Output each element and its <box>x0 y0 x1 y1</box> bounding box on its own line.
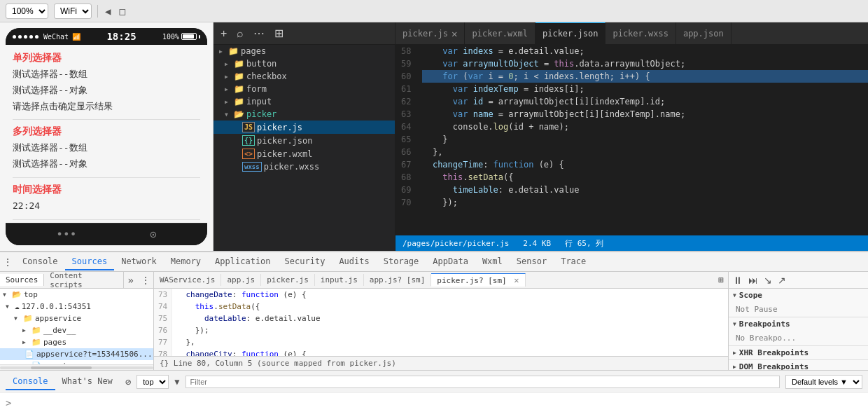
dt-scope-header[interactable]: ▼ Scope <box>729 289 868 302</box>
zoom-select[interactable]: 100% <box>6 4 48 19</box>
forward-icon[interactable]: □ <box>118 4 126 18</box>
devtools-tab-storage[interactable]: Storage <box>377 254 426 270</box>
dt-filetab-more[interactable]: ⊞ <box>714 273 728 287</box>
st-item-pages[interactable]: ▶ 📁 pages <box>0 336 153 348</box>
dt-step-out-btn[interactable]: ↗ <box>776 273 788 287</box>
devtools-tab-wxml[interactable]: Wxml <box>475 254 510 270</box>
sources-options-btn[interactable]: ⋮ <box>138 273 153 287</box>
console-filter-input[interactable] <box>186 376 780 388</box>
st-label-appservice-file: appservice?t=153441506... <box>36 350 153 359</box>
folder-icon-picker: 📂 <box>234 109 244 119</box>
devtools-tab-appdata[interactable]: AppData <box>426 254 475 270</box>
devtools-tab-audits[interactable]: Audits <box>332 254 376 270</box>
filetree-search-btn[interactable]: ⌕ <box>234 26 246 41</box>
phone-nav-circle[interactable]: ⊙ <box>150 228 157 241</box>
st-item-top[interactable]: ▼ 📂 top <box>0 289 153 301</box>
console-tab-console[interactable]: Console <box>6 373 55 390</box>
st-item-appservice-file[interactable]: 📄 appservice?t=153441506... <box>0 348 153 360</box>
st-label-appservice: appservice <box>35 314 81 323</box>
tree-item-button[interactable]: ▶ 📁 button <box>214 57 395 70</box>
tree-item-picker-json[interactable]: {} picker.json <box>214 134 395 147</box>
dt-step-over-btn[interactable]: ⏭ <box>747 273 760 287</box>
dt-tab-inputjs[interactable]: input.js <box>315 274 364 286</box>
tab-picker-js[interactable]: picker.js ✕ <box>396 22 465 44</box>
dt-tab-close-pickerjs-sm[interactable]: ✕ <box>514 275 519 285</box>
tree-item-picker[interactable]: ▼ 📂 picker <box>214 108 395 121</box>
devtools-tab-security[interactable]: Security <box>278 254 332 270</box>
devtools-tab-sensor[interactable]: Sensor <box>510 254 554 270</box>
dt-tab-waservice[interactable]: WAService.js <box>154 274 221 286</box>
filetree-more-btn[interactable]: ⋯ <box>251 25 267 41</box>
statusbar-path: /pages/picker/picker.js <box>402 239 509 248</box>
tab-picker-json[interactable]: picker.json <box>536 22 606 44</box>
dt-tab-pickerjs-sm[interactable]: picker.js? [sm] ✕ <box>431 273 525 287</box>
section-2-item-2[interactable]: 测试选择器--对象 <box>13 157 200 172</box>
devtools-menu-icon[interactable]: ⋮ <box>3 256 13 268</box>
dt-dom-header[interactable]: ▶ DOM Breakpoints <box>729 360 868 370</box>
code-line-69: timeLable: e.detail.value <box>422 184 868 196</box>
tree-item-picker-js[interactable]: JS picker.js <box>214 121 395 134</box>
dt-scope-title: Scope <box>739 291 762 300</box>
devtools-tab-trace[interactable]: Trace <box>554 254 593 270</box>
back-icon[interactable]: ◀ <box>104 4 112 18</box>
devtools-tab-network[interactable]: Network <box>114 254 164 270</box>
code-line-58: var indexs = e.detail.value; <box>422 45 868 57</box>
section-1-item-1[interactable]: 测试选择器--数组 <box>13 67 200 82</box>
editor-code-area: var indexs = e.detail.value; var arraymu… <box>416 45 868 235</box>
dt-dom-arrow: ▶ <box>733 364 736 370</box>
tree-label-form: form <box>246 84 267 94</box>
devtools-tab-application[interactable]: Application <box>208 254 277 270</box>
editor-tabs: picker.js ✕ picker.wxml picker.json pick… <box>396 22 868 45</box>
dt-breakpoints-header[interactable]: ▼ Breakpoints <box>729 317 868 331</box>
devtools-tab-memory[interactable]: Memory <box>164 254 208 270</box>
tree-item-picker-wxml[interactable]: <> picker.wxml <box>214 147 395 160</box>
dt-tab-pickerjs[interactable]: picker.js <box>261 274 315 286</box>
phone-nav-dots[interactable]: ••• <box>56 228 76 241</box>
tab-picker-js-label: picker.js <box>402 29 448 39</box>
devtools-top-tabs: ⋮ Console Sources Network Memory Applica… <box>0 252 868 272</box>
filetree-layout-btn[interactable]: ⊞ <box>272 25 286 41</box>
folder-icon-checkbox: 📁 <box>234 71 244 81</box>
filetree-add-btn[interactable]: + <box>218 26 230 41</box>
dt-pause-btn[interactable]: ⏸ <box>732 273 744 287</box>
sources-more-btn[interactable]: » <box>124 273 138 287</box>
devtools-tab-console[interactable]: Console <box>15 254 65 270</box>
dt-xhr-header[interactable]: ▶ XHR Breakpoints <box>729 346 868 359</box>
console-tab-whatsnew[interactable]: What's New <box>55 373 120 390</box>
tree-item-form[interactable]: ▶ 📁 form <box>214 83 395 95</box>
st-item-host[interactable]: ▼ ☁ 127.0.0.1:54351 <box>0 301 153 313</box>
tree-item-checkbox[interactable]: ▶ 📁 checkbox <box>214 70 395 83</box>
folder-icon-dev: 📁 <box>31 326 41 335</box>
dt-tab-appjs-sm[interactable]: app.js? [sm] <box>364 274 431 286</box>
st-item-appservice[interactable]: ▼ 📁 appservice <box>0 313 153 324</box>
console-levels-select[interactable]: Default levels ▼ <box>785 375 862 389</box>
tab-picker-js-close[interactable]: ✕ <box>451 28 457 39</box>
phone-content: 单列选择器 测试选择器--数组 测试选择器--对象 请选择点击确定显示结果 多列… <box>6 45 207 223</box>
section-1-title: 单列选择器 <box>13 52 200 64</box>
sources-tab-content-scripts[interactable]: Content scripts <box>44 272 123 291</box>
tab-app-json[interactable]: app.json <box>676 22 732 44</box>
network-select[interactable]: WiFi <box>54 4 92 19</box>
tree-item-picker-wxss[interactable]: wxss picker.wxss <box>214 160 395 173</box>
dt-step-into-btn[interactable]: ↘ <box>762 273 774 287</box>
dt-breakpoints-title: Breakpoints <box>739 320 790 329</box>
dt-scope-section: ▼ Scope Not Pause <box>729 289 868 317</box>
scrollbar-horizontal[interactable] <box>0 364 153 370</box>
st-label-host: 127.0.0.1:54351 <box>22 302 91 311</box>
dt-line-77: }, <box>176 336 728 348</box>
tree-item-pages[interactable]: ▶ 📁 pages <box>214 45 395 57</box>
devtools-tab-sources[interactable]: Sources <box>65 254 115 270</box>
tab-picker-wxss[interactable]: picker.wxss <box>606 22 676 44</box>
phone-panel: WeChat 📶 18:25 100% 单列选择器 测试选择器--数组 测试选择… <box>0 22 214 251</box>
tab-picker-wxml[interactable]: picker.wxml <box>465 22 535 44</box>
console-top-select[interactable]: top <box>136 375 169 389</box>
tab-app-json-label: app.json <box>683 29 724 39</box>
sources-tab-sources[interactable]: Sources <box>0 274 44 286</box>
section-1-item-2[interactable]: 测试选择器--对象 <box>13 83 200 98</box>
folder-icon-appservice: 📁 <box>23 314 33 323</box>
tree-item-input[interactable]: ▶ 📁 input <box>214 95 395 108</box>
console-clear-btn[interactable]: ⊘ <box>125 376 131 387</box>
st-item-dev[interactable]: ▶ 📁 __dev__ <box>0 324 153 336</box>
dt-tab-appjs[interactable]: app.js <box>221 274 261 286</box>
section-2-item-1[interactable]: 测试选择器--数组 <box>13 141 200 156</box>
